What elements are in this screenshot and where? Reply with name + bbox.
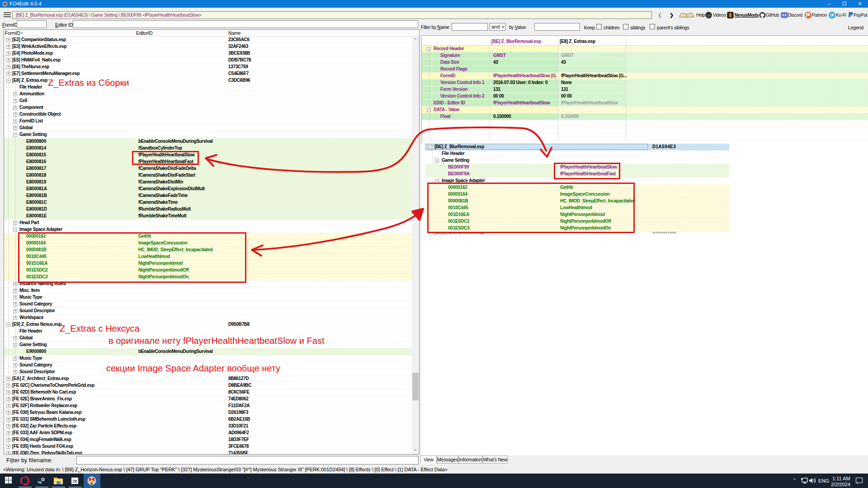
svg-text:GP: GP [706, 14, 711, 17]
svg-text:7z: 7z [73, 479, 77, 483]
